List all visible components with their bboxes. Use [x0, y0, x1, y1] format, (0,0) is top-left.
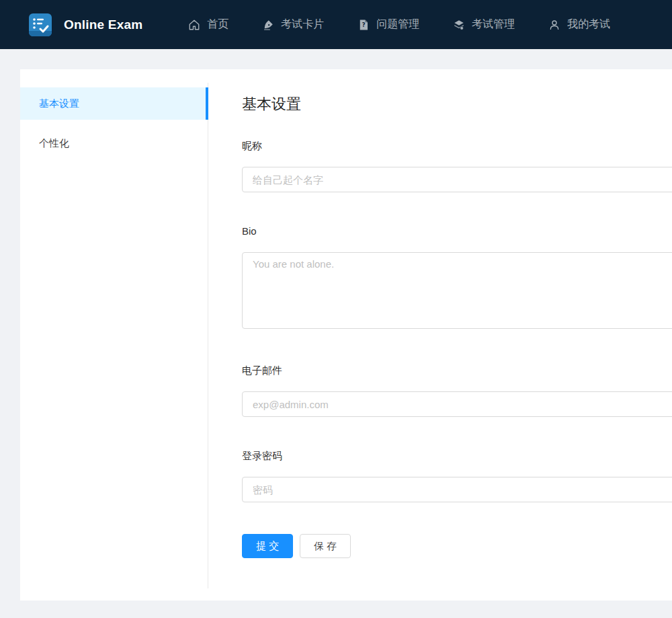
top-navigation-bar: Online Exam 首页 考试卡片 [0, 0, 672, 49]
question-file-icon: ? [358, 19, 370, 31]
nav-item-exam-cards[interactable]: 考试卡片 [262, 17, 324, 32]
nav-item-my-exams[interactable]: 我的考试 [548, 17, 610, 32]
nav-item-exam-management[interactable]: 考试管理 [453, 17, 515, 32]
nickname-input[interactable] [242, 167, 672, 192]
brand[interactable]: Online Exam [28, 13, 142, 37]
nav-item-question-management[interactable]: ? 问题管理 [358, 17, 419, 32]
sidebar-item-label: 个性化 [39, 137, 69, 149]
settings-sidebar: 基本设置 个性化 [20, 83, 208, 588]
settings-card: 基本设置 个性化 基本设置 昵称 Bio 电子邮件 登录密码 [20, 69, 672, 601]
nav-item-label: 我的考试 [567, 17, 610, 32]
user-icon [548, 19, 560, 31]
main-menu: 首页 考试卡片 ? 问题管理 [188, 17, 644, 32]
save-button[interactable]: 保 存 [300, 534, 351, 558]
sidebar-item-personalization[interactable]: 个性化 [20, 127, 208, 159]
nickname-label: 昵称 [242, 139, 672, 153]
email-input[interactable] [242, 391, 672, 417]
submit-button[interactable]: 提 交 [242, 534, 293, 558]
nav-item-label: 首页 [207, 17, 228, 32]
nickname-field-group: 昵称 [242, 139, 672, 192]
brand-title: Online Exam [64, 17, 142, 32]
form-actions: 提 交 保 存 [242, 534, 672, 558]
nav-item-label: 考试卡片 [281, 17, 324, 32]
email-label: 电子邮件 [242, 363, 672, 377]
sidebar-item-basic-settings[interactable]: 基本设置 [20, 87, 208, 120]
exam-checklist-icon [28, 13, 52, 37]
bio-field-group: Bio [242, 224, 672, 332]
active-indicator-bar [206, 87, 208, 120]
layers-icon [453, 19, 465, 31]
settings-content: 基本设置 昵称 Bio 电子邮件 登录密码 提 交 保 存 [208, 83, 672, 588]
password-label: 登录密码 [242, 449, 672, 463]
password-field-group: 登录密码 [242, 449, 672, 502]
page-title: 基本设置 [242, 94, 672, 114]
pen-icon [262, 19, 274, 31]
nav-item-home[interactable]: 首页 [188, 17, 228, 32]
password-input[interactable] [242, 477, 672, 502]
bio-label: Bio [242, 224, 672, 238]
home-icon [188, 19, 200, 31]
bio-textarea[interactable] [242, 252, 672, 329]
sidebar-item-label: 基本设置 [39, 98, 79, 109]
nav-item-label: 问题管理 [376, 17, 419, 32]
email-field-group: 电子邮件 [242, 363, 672, 417]
svg-text:?: ? [362, 22, 366, 28]
nav-item-label: 考试管理 [472, 17, 515, 32]
